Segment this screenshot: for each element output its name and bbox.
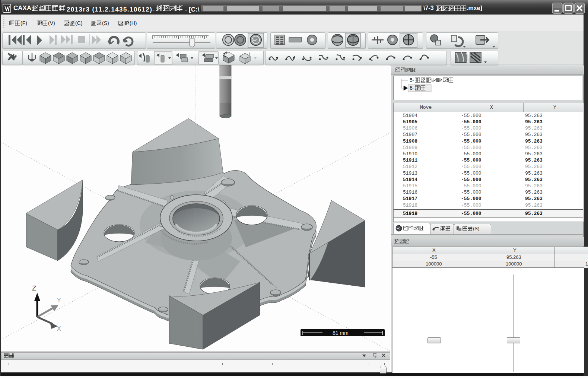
svg-text:51914: 51914 [403, 177, 417, 182]
svg-text:51916: 51916 [403, 190, 417, 195]
svg-text:CAXA: CAXA [13, 4, 31, 12]
svg-text:-55.000: -55.000 [461, 183, 481, 189]
svg-text:95.263: 95.263 [525, 139, 543, 144]
svg-text:-55.000: -55.000 [461, 171, 481, 176]
svg-text:Y: Y [553, 105, 556, 110]
svg-text:51911: 51911 [403, 158, 417, 163]
svg-text:1: 1 [585, 261, 588, 267]
svg-text:95.263: 95.263 [525, 196, 543, 201]
svg-text:-55.000: -55.000 [461, 164, 481, 169]
svg-text:(V): (V) [48, 20, 55, 26]
svg-text:(H): (H) [130, 20, 137, 26]
svg-text:6-: 6- [410, 85, 414, 91]
svg-text:\7-3: \7-3 [423, 5, 434, 11]
svg-text:(S): (S) [473, 226, 479, 231]
svg-text:51908: 51908 [403, 139, 417, 144]
svg-text:95.263: 95.263 [525, 158, 543, 163]
svg-text:(F): (F) [20, 20, 27, 26]
svg-text:51904: 51904 [403, 113, 417, 118]
svg-text:Move: Move [420, 105, 432, 110]
svg-text:95.263: 95.263 [525, 113, 543, 118]
svg-text:X: X [490, 105, 493, 110]
svg-text:-55.000: -55.000 [461, 190, 481, 195]
svg-text:51912: 51912 [403, 164, 417, 169]
svg-text:95.263: 95.263 [525, 132, 543, 137]
svg-text:Y: Y [513, 247, 517, 253]
svg-text:100000: 100000 [426, 261, 442, 267]
svg-text:(C): (C) [75, 20, 82, 26]
svg-text:-55.000: -55.000 [461, 151, 481, 157]
svg-text:-55.000: -55.000 [461, 196, 481, 201]
svg-text:51906: 51906 [403, 126, 417, 131]
svg-text:51918: 51918 [403, 203, 417, 208]
svg-text:51910: 51910 [403, 151, 417, 157]
svg-text:100000: 100000 [506, 261, 522, 267]
svg-text:95.263: 95.263 [525, 145, 543, 150]
svg-text:95.263: 95.263 [525, 164, 543, 169]
svg-text:95.263: 95.263 [506, 254, 521, 260]
svg-text:-55.000: -55.000 [461, 211, 481, 216]
svg-text:95.263: 95.263 [525, 177, 543, 182]
svg-text:95.263: 95.263 [525, 151, 543, 157]
svg-text:95.263: 95.263 [525, 126, 543, 131]
svg-text:51917: 51917 [403, 196, 417, 201]
svg-text:2013r3 (11.2.1435.10612)-: 2013r3 (11.2.1435.10612)- [67, 6, 155, 13]
svg-text:- [C:\: - [C:\ [183, 6, 200, 13]
svg-text:-55.000: -55.000 [461, 177, 481, 182]
svg-text:-55.000: -55.000 [461, 158, 481, 163]
svg-text:51907: 51907 [403, 132, 417, 137]
svg-text:-55.000: -55.000 [461, 139, 481, 144]
svg-text:-55.000: -55.000 [461, 145, 481, 150]
svg-text:-55.000: -55.000 [461, 203, 481, 208]
svg-text:5-: 5- [410, 77, 414, 83]
svg-text:-55: -55 [430, 254, 437, 260]
svg-text:(S): (S) [102, 20, 109, 26]
svg-text:-55.000: -55.000 [461, 132, 481, 137]
svg-text:51915: 51915 [403, 183, 417, 189]
svg-text:-55.000: -55.000 [461, 119, 481, 125]
svg-text:NC: NC [397, 227, 400, 230]
svg-text:X: X [432, 247, 436, 253]
svg-text:-55.000: -55.000 [461, 126, 481, 131]
svg-text:95.263: 95.263 [525, 171, 543, 176]
svg-text:51905: 51905 [403, 119, 417, 125]
svg-text:51919: 51919 [403, 211, 417, 216]
svg-text:NC: NC [253, 39, 258, 42]
svg-text:95.263: 95.263 [525, 183, 543, 189]
svg-text:95.263: 95.263 [525, 119, 543, 125]
svg-text:95.263: 95.263 [525, 211, 543, 216]
svg-text:95.263: 95.263 [525, 203, 543, 208]
svg-text:-55.000: -55.000 [461, 113, 481, 118]
svg-text:51913: 51913 [403, 171, 417, 176]
svg-text:51909: 51909 [403, 145, 417, 150]
svg-text:95.263: 95.263 [525, 190, 543, 195]
svg-text:.mxe]: .mxe] [467, 5, 482, 11]
